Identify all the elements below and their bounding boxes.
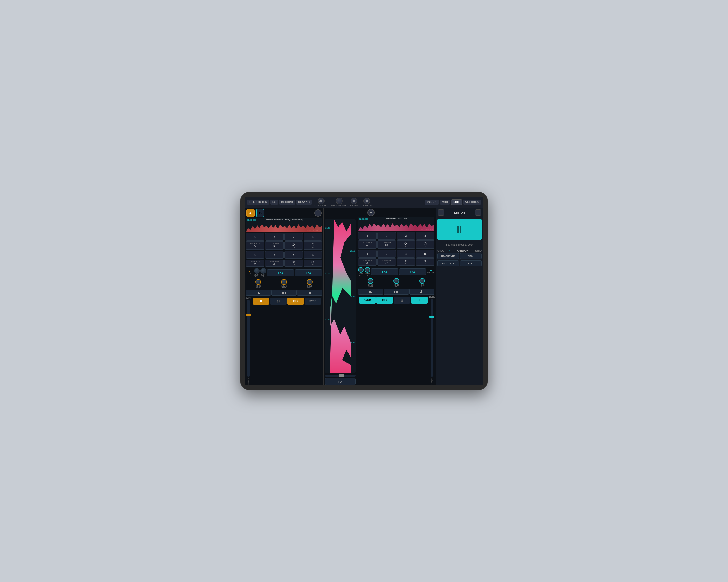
- deck-b-jump-1[interactable]: 1: [358, 250, 376, 258]
- deck-b-pause-button[interactable]: ⏸: [411, 297, 427, 304]
- deck-a-fx2-button[interactable]: FX2: [295, 269, 322, 276]
- load-track-button[interactable]: LOAD TRACK: [247, 200, 269, 204]
- undo-label[interactable]: UNDO: [437, 249, 444, 252]
- master-volume-knob[interactable]: 〜: [336, 198, 343, 204]
- deck-a-key-button[interactable]: KEY: [287, 298, 304, 305]
- deck-b-fx1-button[interactable]: FX1: [371, 268, 398, 275]
- deck-a-jump-1[interactable]: 1: [246, 251, 264, 259]
- deck-b-fx2-knob[interactable]: [365, 267, 370, 273]
- deck-a-roll-icon[interactable]: ⬡ 16: [304, 242, 322, 250]
- deck-b-fx1-knob[interactable]: [358, 267, 364, 273]
- mixer-fx-button[interactable]: FX: [325, 378, 356, 385]
- deck-a-pad-2[interactable]: 2: [265, 233, 284, 241]
- deck-b-jump-left[interactable]: << 16: [397, 258, 415, 266]
- key-lock-button[interactable]: KEY LOCK: [437, 260, 459, 267]
- deck-b-pad-3[interactable]: 3: [397, 232, 415, 240]
- editor-play-display[interactable]: ⏸: [437, 219, 482, 240]
- deck-b-loop-icon[interactable]: ⟳ 16: [397, 241, 415, 249]
- deck-a-fx2-knob[interactable]: [260, 268, 266, 274]
- page-button[interactable]: PAGE 1: [425, 200, 439, 204]
- deck-b-pad-4[interactable]: 4: [416, 232, 435, 240]
- deck-a-panel: A B + 01:53.089 Boddika & Joy Orbison - …: [245, 208, 323, 385]
- deck-b-eq-high-knob[interactable]: [419, 278, 425, 284]
- deck-a-jump-2[interactable]: 2: [265, 251, 284, 259]
- deck-a-headphone-button[interactable]: 🎧: [270, 298, 287, 305]
- deck-b-panel: + 02:57.510 Instra:mental - When I Dip 1…: [357, 208, 436, 385]
- deck-a-eq-low-knob[interactable]: [255, 279, 261, 285]
- deck-b-headphone-button[interactable]: 🎧: [394, 297, 410, 304]
- master-tempo-knob[interactable]: 125.0: [318, 198, 324, 204]
- deck-b-eq-low-knob[interactable]: [368, 278, 373, 284]
- svg-rect-9: [369, 291, 370, 293]
- deck-a-badge[interactable]: A: [246, 209, 255, 217]
- deck-b-fx2-button[interactable]: FX2: [399, 268, 426, 275]
- deck-a-pad-1[interactable]: 1: [246, 233, 264, 241]
- deck-a-pad-3[interactable]: 3: [285, 233, 303, 241]
- deck-b-jump-right[interactable]: >> 16: [416, 258, 435, 266]
- deck-a-fader-track[interactable]: [247, 300, 250, 377]
- deck-b-pad-1[interactable]: 1: [358, 232, 376, 240]
- tracksync-button[interactable]: TRACKSYNC: [437, 253, 459, 259]
- editor-upload-icon[interactable]: ↑: [438, 210, 444, 216]
- deck-b-grid-btn-2[interactable]: [384, 289, 409, 295]
- deck-b-ref-badge[interactable]: B: [256, 209, 264, 217]
- deck-b-key-button[interactable]: KEY: [376, 297, 393, 304]
- deck-b-eq-mid-knob[interactable]: [393, 278, 399, 284]
- deck-a-pause-button[interactable]: ⏸: [253, 298, 269, 305]
- deck-b-grid-btn-3[interactable]: [410, 289, 435, 295]
- deck-b-pad-2[interactable]: 2: [378, 232, 396, 240]
- deck-a-jump-16[interactable]: 16: [304, 251, 322, 259]
- deck-b-jump-size-x2[interactable]: JUMP SIZE x2: [378, 258, 396, 266]
- record-button[interactable]: RECORD: [279, 200, 295, 204]
- deck-a-grid-btn-3[interactable]: [297, 290, 322, 296]
- settings-button[interactable]: SETTINGS: [463, 200, 481, 204]
- deck-a-sync-button[interactable]: SYNC: [305, 298, 321, 305]
- deck-a-vol-pct: 81.6%: [245, 297, 252, 299]
- pitch-button[interactable]: PITCH: [460, 253, 482, 259]
- transport-label: TRANSPORT: [456, 249, 470, 252]
- deck-a-fx1-knob[interactable]: [254, 268, 260, 274]
- deck-a-eq-high-knob[interactable]: [307, 279, 313, 285]
- deck-a-jump-4[interactable]: 4: [285, 251, 303, 259]
- mixer-waveform-inner: 26.4.1 20.1.1 27.1.1 20.2.1 27.2.1 20.3.…: [325, 219, 356, 372]
- deck-b-jump-size-half[interactable]: JUMP SIZE /2: [358, 258, 376, 266]
- svg-rect-8: [310, 292, 311, 294]
- deck-a-pad-4[interactable]: 4: [304, 233, 322, 241]
- deck-a-time: 01:53.089: [247, 219, 256, 221]
- deck-a-grid-btn-1[interactable]: [246, 290, 271, 296]
- play-button[interactable]: PLAY: [460, 260, 482, 267]
- deck-a-grid-btn-2[interactable]: [271, 290, 296, 296]
- cue-mix-knob[interactable]: 50: [350, 198, 357, 204]
- editor-download-icon[interactable]: ↓: [475, 210, 481, 216]
- crossfader-track[interactable]: [325, 375, 356, 377]
- deck-b-jump-16[interactable]: 16: [416, 250, 435, 258]
- deck-b-roll-icon[interactable]: ⬡ 16: [416, 241, 435, 249]
- deck-b-sync-button[interactable]: SYNC: [359, 297, 375, 304]
- deck-b-grid-btn-1[interactable]: [358, 289, 383, 295]
- deck-a-jump-left[interactable]: << 16: [285, 259, 303, 267]
- cue-volume-knob[interactable]: 50: [363, 198, 370, 204]
- redo-label[interactable]: REDO: [475, 249, 482, 252]
- deck-a-eq-mid-knob[interactable]: [281, 279, 287, 285]
- deck-a-grid-btn-group: [246, 290, 322, 296]
- deck-b-bottom: SYNC KEY 🎧 ⏸ 77.6% Volume: [357, 295, 436, 385]
- deck-b-fader-track[interactable]: [431, 299, 433, 377]
- deck-b-jump-4[interactable]: 4: [397, 250, 415, 258]
- deck-b-loop-size-half[interactable]: LOOP SIZE /2: [358, 241, 376, 249]
- resync-button[interactable]: RESYNC: [296, 200, 312, 204]
- edit-button[interactable]: EDIT: [451, 199, 462, 205]
- deck-a-loop-icon[interactable]: ⟳ 16: [285, 242, 303, 250]
- deck-b-position: 20.1.3: [359, 228, 364, 230]
- deck-a-jump-size-x2[interactable]: JUMP SIZE x2: [265, 259, 284, 267]
- deck-a-loop-size-x2[interactable]: LOOP SIZE x2: [265, 242, 284, 250]
- deck-b-loop-size-x2[interactable]: LOOP SIZE x2: [378, 241, 396, 249]
- deck-a-jump-right[interactable]: >> 16: [304, 259, 322, 267]
- deck-a-fx1-button[interactable]: FX1: [267, 269, 294, 276]
- add-deck-button[interactable]: +: [314, 210, 322, 217]
- deck-b-jump-2[interactable]: 2: [378, 250, 396, 258]
- deck-a-jump-size-half[interactable]: JUMP SIZE /2: [246, 259, 264, 267]
- midi-button[interactable]: MIDI: [440, 200, 450, 204]
- deck-a-loop-size-half[interactable]: LOOP SIZE /2: [246, 242, 264, 250]
- deck-b-add-button[interactable]: +: [367, 209, 374, 216]
- fx-button[interactable]: FX: [270, 200, 278, 204]
